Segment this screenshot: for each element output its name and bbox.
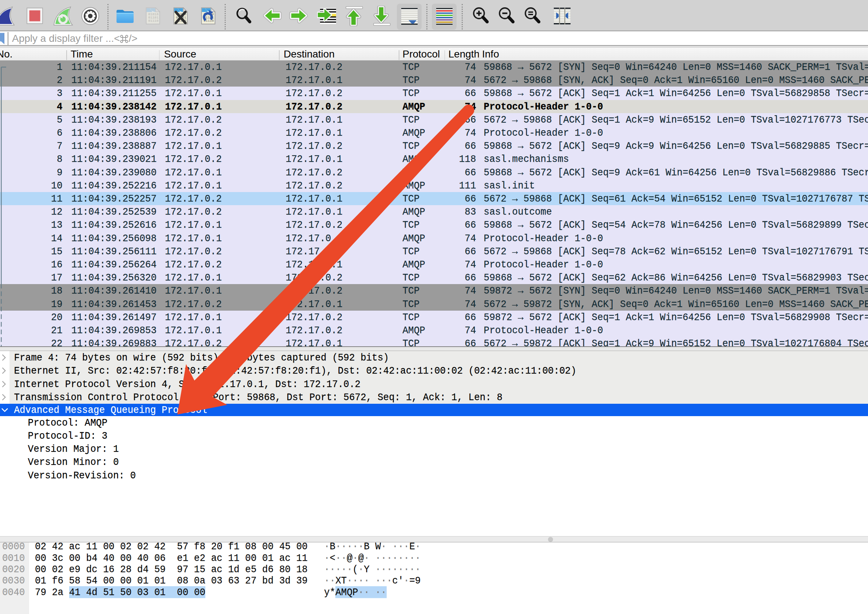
svg-text:01110: 01110	[148, 19, 159, 23]
